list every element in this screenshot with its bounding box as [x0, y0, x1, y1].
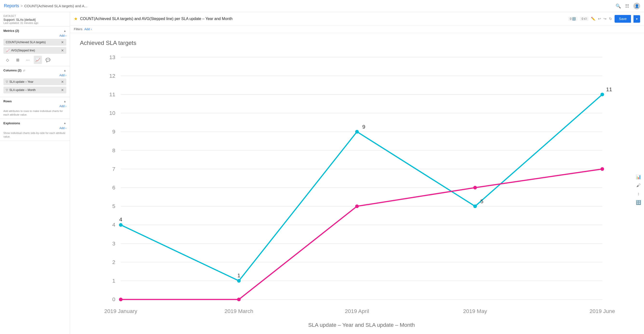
svg-text:12: 12 [109, 73, 115, 79]
chart-header: ★ COUNT(Achieved SLA targets) and AVG(St… [70, 12, 644, 25]
undo-icon[interactable]: ↩ [598, 17, 601, 21]
line1-label-0: 4 [119, 216, 122, 222]
columns-sort-icon[interactable]: ⇄ [23, 69, 25, 72]
metric-chip-count-remove[interactable]: ✕ [61, 40, 64, 44]
right-toolbar: 📊 🖌 ↕ 🔢 [636, 174, 641, 205]
line1-point-3 [473, 204, 477, 208]
line2-point-1 [237, 297, 241, 301]
viz-icon-bar[interactable]: ⊞ [14, 56, 22, 64]
bar-chart-icon[interactable]: 📊 [636, 174, 641, 180]
svg-text:6: 6 [112, 185, 115, 191]
svg-text:4: 4 [112, 222, 115, 228]
user-icon[interactable]: 👤 [634, 3, 640, 10]
rows-add-link[interactable]: Add › [4, 105, 66, 108]
viz-icon-chat[interactable]: 💬 [44, 56, 52, 64]
line2-point-0 [119, 297, 122, 301]
svg-text:1: 1 [112, 278, 115, 284]
reports-link[interactable]: Reports [4, 4, 19, 9]
likes-count: 0 [570, 17, 572, 21]
column-chip-month-remove[interactable]: ✕ [61, 88, 64, 92]
line2-point-3 [473, 186, 477, 189]
line1-label-3: 5 [480, 198, 484, 204]
rows-header: Rows ▲ [4, 99, 66, 103]
columns-add-link[interactable]: Add › [4, 74, 66, 77]
search-icon[interactable]: 🔍 [616, 4, 621, 9]
metrics-toggle[interactable]: ▲ [64, 29, 66, 33]
x-axis-subtitle: SLA update – Year and SLA update – Month [308, 322, 415, 328]
x-tick-jan: 2019 January [104, 308, 138, 314]
explosions-title: Explosions [4, 121, 20, 125]
grid-icon[interactable]: ☷ [625, 4, 629, 9]
dataset-section: Dataset Support: SLAs [default] Last upd… [0, 12, 70, 27]
line1-label-4: 11 [606, 86, 612, 92]
svg-text:3: 3 [112, 241, 115, 247]
x-tick-may: 2019 May [463, 308, 487, 314]
svg-text:8: 8 [112, 147, 115, 153]
viz-icon-line[interactable]: 📈 [34, 56, 42, 64]
like-icon: 🔢 [572, 17, 576, 21]
line1-point-4 [600, 93, 604, 96]
main-layout: Dataset Support: SLAs [default] Last upd… [0, 12, 644, 334]
sort-icon[interactable]: ↕ [638, 191, 640, 196]
edit-icon[interactable]: ✏️ [591, 17, 596, 21]
column-chip-month-label: ▽ SLA update – Month [6, 88, 36, 92]
metric-chip-avg[interactable]: 📈 AVG(Stepped line) ✕ [4, 47, 66, 54]
column-chip-year[interactable]: ▽ SLA update – Year ✕ [4, 78, 66, 85]
columns-toggle[interactable]: ▲ [64, 69, 66, 72]
metric-chip-avg-remove[interactable]: ✕ [61, 49, 64, 52]
metrics-section: Metrics (2) ▲ Add › COUNT(Achieved SLA t… [0, 27, 70, 66]
viz-icon-scatter[interactable]: ⋯ [24, 56, 32, 64]
line1-point-0 [119, 223, 122, 227]
chart-actions: 0 🔢 0 🏷 ✏️ ↩ ↪ ↻ Save ▾ [568, 15, 640, 23]
metrics-title: Metrics (2) [4, 29, 19, 33]
brush-icon[interactable]: 🖌 [636, 183, 640, 188]
line1-label-1: 1 [237, 272, 240, 278]
svg-text:9: 9 [112, 129, 115, 135]
tags-badge: 0 🏷 [580, 17, 588, 21]
viz-type-icons: ◇ ⊞ ⋯ 📈 💬 [4, 56, 66, 64]
explosions-add-link[interactable]: Add › [4, 126, 66, 130]
dataset-updated: Last updated: 31 minutes ago [4, 22, 66, 24]
svg-text:11: 11 [109, 92, 115, 98]
column-filter-icon-month: ▽ [6, 88, 8, 92]
column-chip-year-remove[interactable]: ✕ [61, 80, 64, 84]
header: Reports > COUNT(Achieved SLA targets) an… [0, 0, 644, 12]
filters-bar: Filters Add › [70, 25, 644, 33]
explosions-header: Explosions ▲ [4, 121, 66, 125]
rows-helper-text: Add attributes to rows to make individua… [4, 109, 66, 117]
rows-toggle[interactable]: ▲ [64, 100, 66, 103]
explosions-section: Explosions ▲ Add › Show individual chart… [0, 119, 70, 141]
svg-text:13: 13 [109, 54, 115, 60]
save-dropdown-button[interactable]: ▾ [634, 15, 640, 23]
breadcrumb: Reports > COUNT(Achieved SLA targets) an… [4, 4, 87, 9]
svg-text:5: 5 [112, 203, 115, 209]
favorite-icon[interactable]: ★ [74, 16, 78, 22]
column-chip-month[interactable]: ▽ SLA update – Month ✕ [4, 87, 66, 93]
line2-point-2 [355, 204, 359, 208]
metric-chip-count-label: COUNT(Achieved SLA targets) [6, 41, 46, 44]
line2-point-4 [600, 167, 604, 171]
save-button[interactable]: Save [614, 15, 631, 23]
viz-icon-droplet[interactable]: ◇ [4, 56, 12, 64]
metrics-add-link[interactable]: Add › [4, 34, 66, 38]
breadcrumb-separator: > [20, 4, 23, 8]
metric-chip-avg-label: 📈 AVG(Stepped line) [6, 49, 35, 52]
columns-section: Columns (2) ⇄ ▲ Add › ▽ SLA update – Yea… [0, 66, 70, 97]
filters-label: Filters [74, 27, 82, 31]
redo-icon[interactable]: ↪ [604, 17, 606, 21]
avg-icon: 📈 [6, 49, 10, 52]
chart-title: COUNT(Achieved SLA targets) and AVG(Step… [80, 17, 232, 21]
explosions-toggle[interactable]: ▲ [64, 121, 66, 125]
metric-chip-count[interactable]: COUNT(Achieved SLA targets) ✕ [4, 39, 66, 46]
chart-container: 📊 🖌 ↕ 🔢 Achieved SLA targets .grid-line … [70, 33, 644, 334]
calculator-icon[interactable]: 🔢 [636, 200, 641, 205]
filters-add-link[interactable]: Add › [84, 27, 92, 31]
svg-text:0: 0 [112, 296, 115, 302]
refresh-icon[interactable]: ↻ [609, 17, 612, 21]
rows-title: Rows [4, 99, 12, 103]
breadcrumb-title: COUNT(Achieved SLA targets) and A... [24, 4, 87, 8]
column-chip-year-label: ▽ SLA update – Year [6, 80, 33, 84]
chart-svg: Achieved SLA targets .grid-line { stroke… [84, 36, 630, 331]
columns-title-row: Columns (2) ⇄ [4, 69, 25, 72]
line2-path [121, 169, 602, 299]
